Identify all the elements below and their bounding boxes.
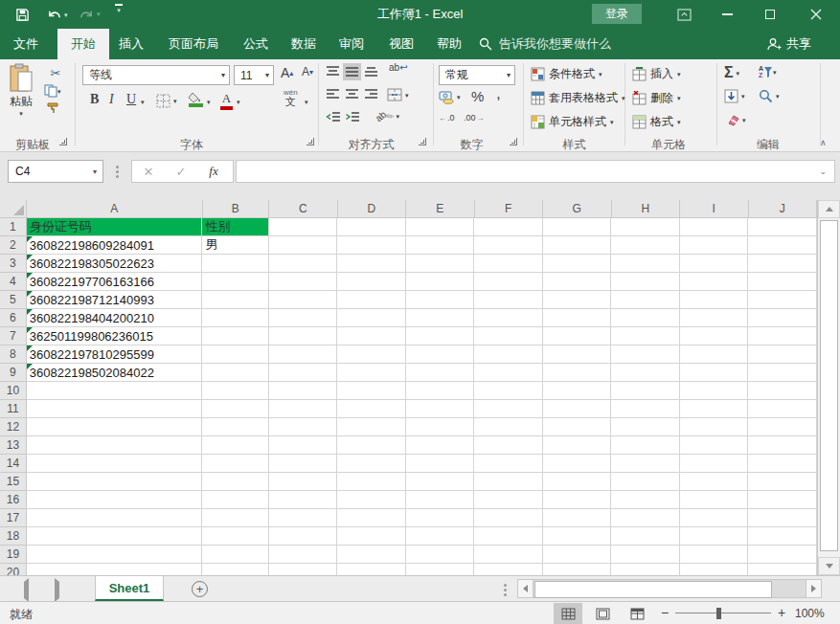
cell-A12[interactable] <box>27 418 203 436</box>
cell-D2[interactable] <box>337 236 406 255</box>
cell-D7[interactable] <box>337 327 406 345</box>
clear-button[interactable]: ▾ <box>724 114 746 126</box>
cell-H1[interactable] <box>611 218 680 236</box>
cell-I8[interactable] <box>680 345 749 364</box>
orientation-button[interactable]: ab ✎ ▾ <box>375 111 399 122</box>
cell-J6[interactable] <box>748 309 817 327</box>
cell-J3[interactable] <box>748 255 817 273</box>
cell-B7[interactable] <box>202 327 269 345</box>
cell-I20[interactable] <box>680 564 749 575</box>
grid-area[interactable]: ABCDEFGHIJ1身份证号码性别2360822198609284091男33… <box>0 200 817 575</box>
cell-J18[interactable] <box>748 527 817 546</box>
font-dialog-launcher[interactable] <box>306 138 314 145</box>
row-header-6[interactable]: 6 <box>0 309 27 327</box>
cell-D3[interactable] <box>337 255 406 273</box>
row-header-1[interactable]: 1 <box>0 218 27 236</box>
alignment-dialog-launcher[interactable] <box>419 138 426 145</box>
increase-indent-button[interactable] <box>345 111 360 123</box>
select-all-corner[interactable] <box>0 200 27 218</box>
cell-I6[interactable] <box>680 309 749 327</box>
font-color-dropdown-icon[interactable]: ▾ <box>237 99 240 105</box>
row-header-11[interactable]: 11 <box>0 400 27 418</box>
conditional-formatting-button[interactable]: 条件格式 ▾ <box>531 66 602 82</box>
cell-J4[interactable] <box>748 273 817 291</box>
cell-C18[interactable] <box>269 527 338 546</box>
cell-G10[interactable] <box>543 382 612 400</box>
cell-J9[interactable] <box>748 364 817 382</box>
cell-F14[interactable] <box>474 455 543 473</box>
cell-D13[interactable] <box>337 436 406 455</box>
wrap-text-button[interactable]: ab ↩ <box>389 63 408 73</box>
row-header-9[interactable]: 9 <box>0 364 27 382</box>
horizontal-scrollbar[interactable] <box>517 579 822 598</box>
column-header-H[interactable]: H <box>612 200 681 218</box>
cell-H14[interactable] <box>611 455 680 473</box>
horizontal-scroll-thumb[interactable] <box>534 581 772 598</box>
row-header-8[interactable]: 8 <box>0 345 27 364</box>
maximize-button[interactable] <box>749 0 791 29</box>
normal-view-button[interactable] <box>554 603 582 624</box>
cell-I4[interactable] <box>680 273 749 291</box>
increase-font-size-button[interactable]: A▴ <box>281 65 293 80</box>
cell-G3[interactable] <box>543 255 612 273</box>
cell-G11[interactable] <box>543 400 612 418</box>
scroll-left-button[interactable] <box>517 579 534 598</box>
cell-A5[interactable]: 360822198712140993 <box>27 291 203 309</box>
cell-A16[interactable] <box>27 491 203 509</box>
cell-C13[interactable] <box>269 436 338 455</box>
cell-E18[interactable] <box>406 527 475 546</box>
cell-I15[interactable] <box>680 473 749 491</box>
cell-J15[interactable] <box>748 473 817 491</box>
row-header-19[interactable]: 19 <box>0 546 27 564</box>
cell-B10[interactable] <box>202 382 269 400</box>
cell-A19[interactable] <box>27 546 203 564</box>
cell-J11[interactable] <box>748 400 817 418</box>
sort-filter-button[interactable]: AZ ▾ <box>759 65 777 78</box>
cell-A4[interactable]: 360822197706163166 <box>27 273 203 291</box>
row-header-18[interactable]: 18 <box>0 527 27 546</box>
cell-B11[interactable] <box>202 400 269 418</box>
cell-G19[interactable] <box>543 546 612 564</box>
cell-D15[interactable] <box>337 473 406 491</box>
cell-I19[interactable] <box>680 546 749 564</box>
autosum-button[interactable]: Σ▾ <box>724 64 739 81</box>
row-header-4[interactable]: 4 <box>0 273 27 291</box>
cell-F12[interactable] <box>474 418 543 436</box>
row-header-10[interactable]: 10 <box>0 382 27 400</box>
cell-A7[interactable]: 362501199806236015 <box>27 327 203 345</box>
cell-A20[interactable] <box>27 564 203 575</box>
row-header-17[interactable]: 17 <box>0 509 27 527</box>
cell-B4[interactable] <box>202 273 269 291</box>
align-left-button[interactable] <box>326 88 340 101</box>
cell-C4[interactable] <box>269 273 338 291</box>
cell-D6[interactable] <box>337 309 406 327</box>
cell-H16[interactable] <box>611 491 680 509</box>
cell-H4[interactable] <box>611 273 680 291</box>
cell-D1[interactable] <box>337 218 406 236</box>
cell-H8[interactable] <box>611 345 680 364</box>
merge-center-button[interactable]: ▾ <box>387 88 409 101</box>
cell-H20[interactable] <box>611 564 680 575</box>
cell-F3[interactable] <box>474 255 543 273</box>
cell-G5[interactable] <box>543 291 612 309</box>
column-header-F[interactable]: F <box>475 200 544 218</box>
vertical-scrollbar[interactable] <box>817 200 840 575</box>
cell-F17[interactable] <box>474 509 543 527</box>
minimize-button[interactable] <box>706 0 748 29</box>
cell-E2[interactable] <box>406 236 475 255</box>
new-sheet-button[interactable]: + <box>192 581 208 597</box>
format-painter-button[interactable] <box>46 101 59 115</box>
cell-F7[interactable] <box>474 327 543 345</box>
cell-D5[interactable] <box>337 291 406 309</box>
cell-D16[interactable] <box>337 491 406 509</box>
column-header-J[interactable]: J <box>749 200 817 218</box>
cell-C15[interactable] <box>269 473 338 491</box>
cell-E6[interactable] <box>406 309 475 327</box>
cell-E5[interactable] <box>406 291 475 309</box>
cell-H15[interactable] <box>611 473 680 491</box>
bold-button[interactable]: B <box>90 92 99 107</box>
cell-E9[interactable] <box>406 364 475 382</box>
cell-I2[interactable] <box>680 236 749 255</box>
cell-J20[interactable] <box>748 564 817 575</box>
cell-G1[interactable] <box>543 218 612 236</box>
